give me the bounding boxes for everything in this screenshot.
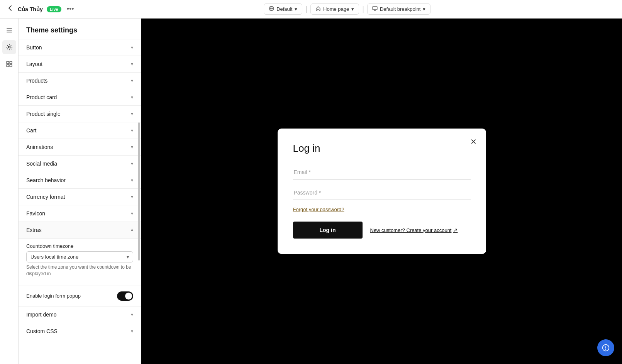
sidebar-item-currency-format[interactable]: Currency format ▾ bbox=[19, 188, 141, 205]
sidebar-item-label: Layout bbox=[26, 61, 42, 67]
topbar-center: Default ▾ | Home page ▾ | Default breakp… bbox=[79, 3, 616, 15]
store-name: Của Thủy bbox=[18, 6, 43, 12]
sidebar-item-label: Cart bbox=[26, 127, 36, 134]
back-icon[interactable] bbox=[6, 4, 14, 14]
sidebar-item-custom-css[interactable]: Custom CSS ▾ bbox=[19, 323, 141, 339]
login-modal: ✕ Log in Forgot your password? Log in Ne… bbox=[278, 129, 486, 254]
sidebar-item-cart[interactable]: Cart ▾ bbox=[19, 122, 141, 139]
email-input[interactable] bbox=[293, 165, 471, 179]
homepage-dropdown-label: Home page bbox=[323, 6, 349, 12]
rail-settings[interactable] bbox=[2, 40, 16, 54]
sidebar-item-favicon[interactable]: Favicon ▾ bbox=[19, 205, 141, 222]
sidebar-item-label: Product single bbox=[26, 111, 61, 117]
sidebar-item-product-single[interactable]: Product single ▾ bbox=[19, 105, 141, 122]
chevron-icon: ▾ bbox=[131, 128, 133, 133]
sidebar-item-label: Search behavior bbox=[26, 177, 66, 183]
sidebar-item-import-demo[interactable]: Import demo ▾ bbox=[19, 306, 141, 323]
new-customer-link[interactable]: New customer? Create your account ↗ bbox=[370, 227, 458, 233]
rail-grid[interactable] bbox=[2, 57, 16, 71]
sidebar-item-label: Extras bbox=[26, 227, 42, 233]
extras-content: Countdown timezone Users local time zone… bbox=[19, 238, 141, 286]
chevron-icon: ▾ bbox=[131, 211, 133, 216]
svg-rect-8 bbox=[7, 64, 9, 67]
chevron-icon: ▾ bbox=[131, 178, 133, 183]
toggle-label: Enable login form popup bbox=[26, 293, 81, 299]
modal-actions: Log in New customer? Create your account… bbox=[293, 222, 471, 239]
sidebar-item-label: Animations bbox=[26, 144, 53, 150]
modal-overlay: ✕ Log in Forgot your password? Log in Ne… bbox=[141, 19, 622, 364]
chevron-icon: ▾ bbox=[131, 61, 133, 67]
chevron-down-icon2: ▾ bbox=[351, 6, 354, 12]
rail-menu[interactable] bbox=[2, 23, 16, 37]
modal-close-button[interactable]: ✕ bbox=[469, 136, 478, 147]
chevron-icon: ▾ bbox=[131, 312, 133, 317]
external-link-icon: ↗ bbox=[453, 227, 458, 233]
sidebar-item-layout[interactable]: Layout ▾ bbox=[19, 56, 141, 72]
sidebar-item-social-media[interactable]: Social media ▾ bbox=[19, 155, 141, 172]
chevron-icon: ▾ bbox=[131, 45, 133, 50]
app-layout: Theme settings Button ▾ Layout ▾ Product… bbox=[0, 0, 622, 364]
chevron-up-icon: ▾ bbox=[131, 227, 133, 233]
default-dropdown-label: Default bbox=[276, 6, 292, 12]
select-arrow-icon: ▾ bbox=[127, 254, 129, 260]
chevron-down-icon3: ▾ bbox=[423, 6, 425, 12]
separator: | bbox=[305, 5, 307, 13]
sidebar-title: Theme settings bbox=[19, 19, 141, 39]
sidebar-item-label: Button bbox=[26, 44, 42, 51]
sidebar-item-extras[interactable]: Extras ▾ bbox=[19, 222, 141, 238]
svg-rect-2 bbox=[7, 28, 12, 29]
sidebar-item-label: Custom CSS bbox=[26, 328, 58, 334]
sidebar-item-label: Social media bbox=[26, 161, 57, 167]
sidebar-item-label: Product card bbox=[26, 94, 57, 100]
chevron-icon: ▾ bbox=[131, 194, 133, 200]
globe-icon bbox=[269, 6, 274, 12]
sidebar-item-animations[interactable]: Animations ▾ bbox=[19, 139, 141, 155]
countdown-timezone-select[interactable]: Users local time zone ▾ bbox=[26, 251, 133, 262]
chevron-icon: ▾ bbox=[131, 95, 133, 100]
icon-rail bbox=[0, 19, 19, 364]
sidebar-item-product-card[interactable]: Product card ▾ bbox=[19, 89, 141, 105]
sidebar-item-search-behavior[interactable]: Search behavior ▾ bbox=[19, 172, 141, 188]
sidebar-item-label: Favicon bbox=[26, 210, 45, 217]
chevron-icon: ▾ bbox=[131, 161, 133, 166]
sidebar-item-label: Products bbox=[26, 78, 47, 84]
enable-login-popup-row: Enable login form popup bbox=[19, 286, 141, 306]
login-popup-toggle[interactable] bbox=[117, 291, 133, 301]
default-dropdown[interactable]: Default ▾ bbox=[264, 3, 302, 15]
modal-title: Log in bbox=[293, 142, 471, 154]
main-content: ✕ Log in Forgot your password? Log in Ne… bbox=[141, 19, 622, 364]
live-badge: Live bbox=[47, 6, 61, 12]
breakpoint-dropdown-label: Default breakpoint bbox=[380, 6, 421, 12]
login-button[interactable]: Log in bbox=[293, 222, 363, 239]
homepage-dropdown[interactable]: Home page ▾ bbox=[310, 3, 359, 15]
chevron-icon: ▾ bbox=[131, 328, 133, 334]
svg-rect-6 bbox=[7, 61, 9, 64]
new-customer-text: New customer? Create your account bbox=[370, 227, 452, 233]
home-icon bbox=[315, 6, 321, 12]
chevron-icon: ▾ bbox=[131, 144, 133, 150]
help-button[interactable] bbox=[597, 339, 614, 356]
sidebar: Theme settings Button ▾ Layout ▾ Product… bbox=[19, 19, 141, 364]
sidebar-item-products[interactable]: Products ▾ bbox=[19, 72, 141, 89]
more-options-icon[interactable]: ••• bbox=[67, 5, 74, 13]
select-value: Users local time zone bbox=[31, 254, 78, 260]
scroll-indicator bbox=[138, 122, 140, 261]
forgot-password-link[interactable]: Forgot your password? bbox=[293, 207, 344, 212]
svg-rect-3 bbox=[7, 30, 12, 30]
password-input[interactable] bbox=[293, 186, 471, 200]
email-field-group bbox=[293, 165, 471, 179]
sidebar-item-button[interactable]: Button ▾ bbox=[19, 39, 141, 56]
chevron-down-icon: ▾ bbox=[295, 6, 297, 12]
svg-rect-9 bbox=[10, 64, 12, 67]
breakpoint-dropdown[interactable]: Default breakpoint ▾ bbox=[367, 3, 431, 15]
svg-rect-4 bbox=[7, 32, 12, 32]
countdown-timezone-sublabel: Select the time zone you want the countd… bbox=[26, 264, 133, 277]
svg-rect-7 bbox=[10, 61, 12, 64]
svg-point-5 bbox=[8, 46, 10, 48]
chevron-icon: ▾ bbox=[131, 111, 133, 117]
sidebar-item-label: Currency format bbox=[26, 194, 65, 200]
countdown-timezone-label: Countdown timezone bbox=[26, 243, 133, 249]
countdown-timezone-row: Countdown timezone Users local time zone… bbox=[26, 239, 133, 279]
topbar-left: Của Thủy Live ••• bbox=[6, 4, 74, 14]
topbar: Của Thủy Live ••• Default ▾ | Home page … bbox=[0, 0, 622, 19]
